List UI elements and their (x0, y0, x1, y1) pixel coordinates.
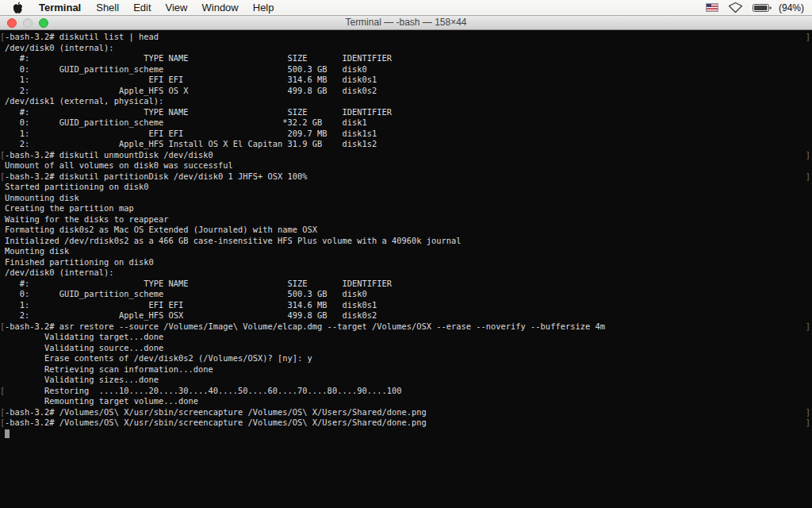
terminal-text: Finished partitioning on disk0 (5, 257, 154, 267)
terminal-text: 1: EFI EFI 314.6 MB disk0s1 (5, 75, 377, 84)
terminal-text: 0: GUID_partition_scheme *32.2 GB disk1 (5, 117, 367, 127)
terminal-line: 0: GUID_partition_scheme *32.2 GB disk1 (0, 117, 812, 129)
prompt-mark-right: ] (806, 418, 810, 429)
terminal-line: 2: Apple_HFS Install OS X El Capitan 31.… (0, 139, 812, 150)
terminal-line: Initialized /dev/rdisk0s2 as a 466 GB ca… (0, 236, 812, 247)
terminal-text: 1: EFI EFI 209.7 MB disk1s1 (5, 129, 377, 138)
terminal-line: #: TYPE NAME SIZE IDENTIFIER (0, 279, 812, 290)
input-source-us-flag-icon[interactable] (701, 0, 723, 15)
terminal-line: 0: GUID_partition_scheme 500.3 GB disk0 (0, 64, 812, 75)
prompt-mark-left: [ (0, 150, 5, 161)
terminal-text: Unmount of all volumes on disk0 was succ… (5, 160, 233, 170)
terminal-text: Retrieving scan information...done (5, 364, 213, 374)
terminal-line: [-bash-3.2# /Volumes/OS\ X/usr/sbin/scre… (0, 418, 812, 429)
terminal-text: Unmounting disk (5, 193, 79, 202)
menu-shell[interactable]: Shell (89, 0, 126, 15)
terminal-text: Waiting for the disks to reappear (5, 214, 168, 224)
terminal-text: Validating source...done (5, 343, 163, 352)
terminal-line: /dev/disk0 (internal): (0, 43, 812, 54)
terminal-text: 0: GUID_partition_scheme 500.3 GB disk0 (5, 289, 367, 298)
prompt-mark-left: [ (0, 171, 5, 183)
terminal-line: [-bash-3.2# diskutil unmountDisk /dev/di… (0, 150, 812, 161)
prompt-mark-left: [ (0, 418, 5, 429)
terminal-text: Remounting target volume...done (5, 396, 198, 406)
terminal-line: Formatting disk0s2 as Mac OS Extended (J… (0, 225, 812, 236)
terminal-line: Started partitioning on disk0 (0, 182, 812, 193)
wifi-diamond-icon[interactable] (723, 0, 748, 15)
terminal-screen[interactable]: [-bash-3.2# diskutil list | head]/dev/di… (0, 30, 812, 508)
menu-view[interactable]: View (159, 0, 195, 15)
terminal-text: 2: Apple_HFS OS X 499.8 GB disk0s2 (5, 86, 377, 95)
menu-terminal[interactable]: Terminal (31, 0, 89, 15)
terminal-line: [-bash-3.2# asr restore --source /Volume… (0, 321, 812, 333)
terminal-line (0, 429, 812, 440)
terminal-line: Unmounting disk (0, 193, 812, 204)
menu-window[interactable]: Window (195, 0, 246, 15)
terminal-line: Creating the partition map (0, 203, 812, 214)
menu-items: TerminalShellEditViewWindowHelp (31, 0, 282, 15)
terminal-text: -bash-3.2# diskutil partitionDisk /dev/d… (5, 171, 308, 181)
terminal-text: /dev/disk0 (internal): (5, 267, 114, 277)
prompt-mark-right: ] (806, 171, 810, 183)
terminal-text: #: TYPE NAME SIZE IDENTIFIER (5, 279, 392, 288)
terminal-text: Creating the partition map (5, 203, 134, 213)
terminal-line: Validating sizes...done (0, 375, 812, 386)
terminal-line: Retrieving scan information...done (0, 364, 812, 375)
terminal-text: #: TYPE NAME SIZE IDENTIFIER (5, 107, 392, 117)
terminal-line: Validating target...done (0, 332, 812, 343)
prompt-mark-left: [ (0, 386, 5, 397)
terminal-line: 1: EFI EFI 314.6 MB disk0s1 (0, 300, 812, 311)
close-button[interactable] (7, 18, 17, 28)
terminal-text: -bash-3.2# asr restore --source /Volumes… (5, 321, 605, 331)
terminal-line: Unmount of all volumes on disk0 was succ… (0, 160, 812, 171)
terminal-line: 1: EFI EFI 314.6 MB disk0s1 (0, 75, 812, 86)
terminal-text: Erase contents of /dev/disk0s2 (/Volumes… (5, 353, 312, 363)
terminal-line: 2: Apple_HFS OSX 499.8 GB disk0s2 (0, 310, 812, 321)
menubar: TerminalShellEditViewWindowHelp (0, 0, 812, 16)
battery-percentage[interactable]: (94%) (777, 2, 812, 13)
prompt-mark-right: ] (806, 407, 810, 418)
terminal-line: Validating source...done (0, 343, 812, 354)
apple-logo-icon (13, 2, 23, 13)
terminal-line: [-bash-3.2# diskutil list | head] (0, 32, 812, 43)
terminal-text: 2: Apple_HFS OSX 499.8 GB disk0s2 (5, 310, 377, 320)
prompt-mark-right: ] (806, 321, 810, 333)
terminal-line: Erase contents of /dev/disk0s2 (/Volumes… (0, 353, 812, 364)
prompt-mark-right: ] (806, 150, 810, 161)
terminal-text: /dev/disk0 (internal): (5, 43, 114, 52)
menubar-status-area: (94%) (701, 0, 812, 15)
prompt-mark-left: [ (0, 32, 5, 43)
window-title: Terminal — -bash — 158×44 (0, 16, 812, 29)
terminal-cursor (5, 429, 10, 438)
terminal-text: Restoring ....10....20....30....40....50… (5, 386, 401, 395)
terminal-text: 2: Apple_HFS Install OS X El Capitan 31.… (5, 139, 377, 148)
terminal-text: -bash-3.2# diskutil unmountDisk /dev/dis… (5, 150, 213, 160)
terminal-line: Remounting target volume...done (0, 396, 812, 407)
prompt-mark-right: ] (806, 32, 810, 43)
terminal-line: 0: GUID_partition_scheme 500.3 GB disk0 (0, 289, 812, 300)
terminal-text: /dev/disk1 (external, physical): (5, 96, 163, 106)
menu-edit[interactable]: Edit (126, 0, 158, 15)
terminal-line: #: TYPE NAME SIZE IDENTIFIER (0, 107, 812, 118)
terminal-line: 2: Apple_HFS OS X 499.8 GB disk0s2 (0, 86, 812, 97)
terminal-line: [-bash-3.2# diskutil partitionDisk /dev/… (0, 171, 812, 183)
terminal-line: /dev/disk0 (internal): (0, 267, 812, 279)
minimize-button[interactable] (23, 18, 33, 28)
terminal-text: -bash-3.2# diskutil list | head (5, 32, 159, 41)
battery-icon[interactable] (748, 0, 777, 15)
terminal-text: Validating sizes...done (5, 375, 159, 384)
terminal-text: 1: EFI EFI 314.6 MB disk0s1 (5, 300, 377, 310)
terminal-line: /dev/disk1 (external, physical): (0, 96, 812, 107)
terminal-text: Started partitioning on disk0 (5, 182, 148, 191)
terminal-text: Mounting disk (5, 246, 69, 256)
terminal-text: Formatting disk0s2 as Mac OS Extended (J… (5, 225, 317, 234)
traffic-lights (7, 18, 48, 28)
terminal-text: Initialized /dev/rdisk0s2 as a 466 GB ca… (5, 236, 462, 245)
terminal-text: Validating target...done (5, 332, 163, 341)
menu-help[interactable]: Help (246, 0, 282, 15)
apple-menu[interactable] (0, 0, 31, 15)
terminal-text: -bash-3.2# /Volumes/OS\ X/usr/sbin/scree… (5, 407, 427, 417)
terminal-line: Finished partitioning on disk0 (0, 257, 812, 268)
zoom-button[interactable] (39, 18, 48, 28)
terminal-line: [ Restoring ....10....20....30....40....… (0, 386, 812, 397)
